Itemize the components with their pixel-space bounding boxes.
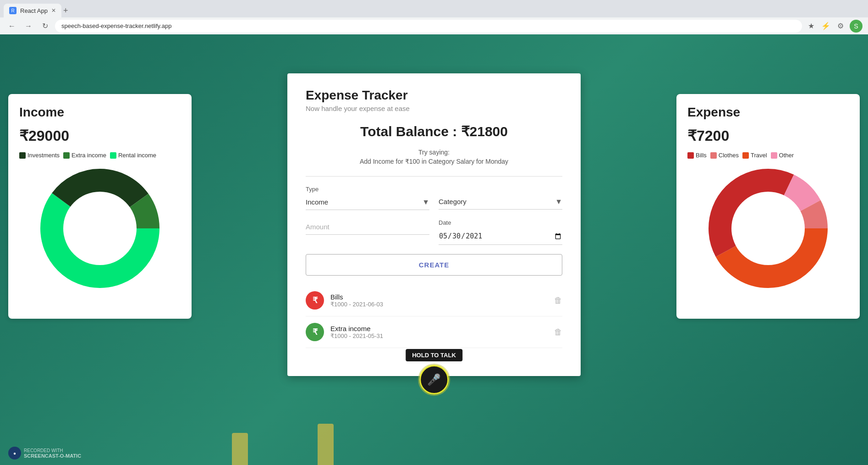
form-row-amount-date: Date — [306, 219, 562, 245]
form-group-date: Date — [439, 219, 562, 245]
transaction-info-bills: Bills ₹1000 - 2021-06-03 — [330, 293, 548, 308]
transaction-item-extra-income: ₹ Extra income ₹1000 - 2021-05-31 🗑 — [306, 316, 562, 348]
nav-bar: ← → ↻ ★ ⚡ ⚙ S — [0, 17, 868, 34]
type-select[interactable]: Income Expense — [306, 194, 429, 210]
date-label: Date — [439, 219, 562, 226]
transaction-icon-extra-income: ₹ — [306, 323, 324, 341]
active-tab[interactable]: R React App ✕ — [4, 4, 61, 17]
bookmark-icon[interactable]: ★ — [806, 21, 817, 32]
watermark: ● RECORDED WITH SCREENCAST-O-MATIC — [8, 447, 81, 459]
transaction-meta-extra-income: ₹1000 - 2021-05-31 — [330, 332, 548, 339]
watermark-logo: ● — [8, 447, 21, 459]
form-group-amount — [306, 219, 429, 245]
watermark-text: RECORDED WITH SCREENCAST-O-MATIC — [24, 448, 81, 459]
back-button[interactable]: ← — [5, 20, 18, 33]
form-group-category: Category Salary Investment Rental income… — [439, 186, 562, 210]
create-button[interactable]: CREATE — [306, 254, 562, 276]
try-saying-label: Try saying: — [306, 149, 562, 156]
expense-tracker-modal: Expense Tracker Now handle your expense … — [287, 73, 581, 376]
modal-subtitle: Now handle your expense at ease — [306, 105, 562, 112]
category-select-wrapper: Category Salary Investment Rental income… — [439, 194, 562, 210]
profile-icon[interactable]: S — [850, 20, 863, 33]
amount-input[interactable] — [306, 219, 429, 235]
form-group-type: Type Income Expense ▼ — [306, 186, 429, 210]
date-input[interactable] — [439, 228, 562, 245]
mic-button[interactable]: 🎤 — [419, 365, 449, 394]
transaction-name-extra-income: Extra income — [330, 325, 548, 332]
modal-overlay: Expense Tracker Now handle your expense … — [0, 69, 868, 465]
background: Income ₹29000 Investments Extra income R… — [0, 34, 868, 465]
type-label: Type — [306, 186, 429, 193]
transaction-list: ₹ Bills ₹1000 - 2021-06-03 🗑 ₹ Extra inc… — [306, 285, 562, 348]
browser-chrome: R React App ✕ + ← → ↻ ★ ⚡ ⚙ S — [0, 0, 868, 34]
nav-icons: ★ ⚡ ⚙ S — [806, 20, 863, 33]
refresh-button[interactable]: ↻ — [38, 20, 51, 33]
try-saying-command: Add Income for ₹100 in Category Salary f… — [306, 158, 562, 165]
transaction-name-bills: Bills — [330, 293, 548, 301]
tab-close-button[interactable]: ✕ — [51, 7, 56, 14]
form-row-type-category: Type Income Expense ▼ Category — [306, 186, 562, 210]
hold-to-talk-label: HOLD TO TALK — [406, 349, 462, 361]
modal-title: Expense Tracker — [306, 88, 562, 103]
transaction-item-bills: ₹ Bills ₹1000 - 2021-06-03 🗑 — [306, 285, 562, 316]
watermark-line1: RECORDED WITH — [24, 448, 81, 453]
new-tab-button[interactable]: + — [63, 6, 68, 16]
watermark-line2: SCREENCAST-O-MATIC — [24, 453, 81, 459]
tab-label: React App — [20, 7, 48, 14]
tab-bar: R React App ✕ + — [0, 0, 868, 17]
settings-icon[interactable]: ⚙ — [835, 21, 846, 32]
delete-button-extra-income[interactable]: 🗑 — [554, 327, 562, 337]
extensions-icon[interactable]: ⚡ — [820, 21, 831, 32]
address-bar[interactable] — [55, 20, 802, 33]
forward-button[interactable]: → — [22, 20, 35, 33]
total-balance: Total Balance : ₹21800 — [306, 123, 562, 139]
category-select[interactable]: Category Salary Investment Rental income… — [439, 194, 562, 210]
transaction-icon-bills: ₹ — [306, 291, 324, 310]
mic-container: HOLD TO TALK 🎤 — [406, 349, 462, 394]
mic-icon: 🎤 — [427, 373, 441, 386]
form-section: Type Income Expense ▼ Category — [306, 176, 562, 348]
transaction-info-extra-income: Extra income ₹1000 - 2021-05-31 — [330, 325, 548, 339]
tab-favicon: R — [9, 7, 16, 14]
transaction-meta-bills: ₹1000 - 2021-06-03 — [330, 301, 548, 308]
delete-button-bills[interactable]: 🗑 — [554, 296, 562, 305]
type-select-wrapper: Income Expense ▼ — [306, 194, 429, 210]
